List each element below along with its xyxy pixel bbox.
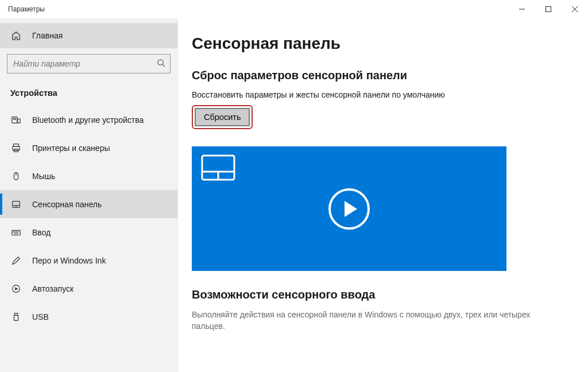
svg-point-21 [16, 231, 17, 232]
svg-rect-27 [14, 315, 18, 320]
touchpad-large-icon [201, 154, 235, 183]
svg-rect-6 [12, 117, 17, 123]
reset-heading: Сброс параметров сенсорной панели [192, 69, 579, 82]
window-titlebar: Параметры [0, 0, 588, 18]
devices-icon [10, 114, 22, 126]
touchpad-icon [10, 199, 22, 210]
close-button[interactable] [562, 0, 588, 18]
reset-button[interactable]: Сбросить [195, 108, 250, 126]
sidebar-item-label: Bluetooth и другие устройства [32, 115, 144, 125]
svg-point-19 [13, 231, 14, 232]
svg-marker-25 [15, 287, 18, 290]
play-icon [328, 188, 370, 230]
svg-point-20 [15, 231, 16, 232]
svg-rect-7 [18, 119, 21, 123]
sidebar-item-label: Сенсорная панель [32, 200, 102, 209]
content-area: Сенсорная панель Сброс параметров сенсор… [178, 18, 588, 372]
sidebar-home-label: Главная [32, 31, 63, 40]
svg-rect-18 [12, 230, 20, 235]
printer-icon [10, 142, 22, 154]
sidebar-item-label: Ввод [32, 228, 51, 237]
sidebar-item-mouse[interactable]: Мышь [0, 162, 177, 190]
minimize-button[interactable] [509, 0, 535, 18]
svg-rect-10 [14, 144, 19, 146]
sidebar-item-pen[interactable]: Перо и Windows Ink [0, 246, 177, 274]
sidebar-item-usb[interactable]: USB [0, 303, 177, 331]
capabilities-description: Выполняйте действия на сенсорной панели … [192, 309, 536, 332]
sidebar-item-typing[interactable]: Ввод [0, 218, 177, 246]
sidebar-item-label: Принтеры и сканеры [32, 144, 110, 153]
svg-line-5 [163, 64, 165, 67]
window-title: Параметры [8, 5, 45, 13]
capabilities-heading: Возможности сенсорного ввода [192, 288, 579, 301]
sidebar-item-touchpad[interactable]: Сенсорная панель [0, 190, 177, 218]
sidebar-item-label: Мышь [32, 172, 55, 181]
search-icon [157, 59, 165, 69]
sidebar-category: Устройства [0, 78, 177, 106]
maximize-button[interactable] [535, 0, 562, 18]
reset-description: Восстановить параметры и жесты сенсорной… [192, 90, 502, 99]
search-input[interactable] [13, 59, 157, 68]
keyboard-icon [10, 227, 22, 238]
mouse-icon [10, 170, 22, 182]
sidebar-item-label: Автозапуск [32, 284, 74, 293]
sidebar-item-bluetooth[interactable]: Bluetooth и другие устройства [0, 106, 177, 134]
page-title: Сенсорная панель [192, 34, 579, 53]
sidebar-item-label: Перо и Windows Ink [32, 256, 106, 265]
autoplay-icon [10, 283, 22, 294]
search-box[interactable] [7, 54, 171, 73]
svg-point-22 [18, 231, 18, 232]
sidebar-home[interactable]: Главная [0, 23, 177, 48]
sidebar-item-printers[interactable]: Принтеры и сканеры [0, 134, 177, 162]
sidebar-item-label: USB [32, 312, 49, 321]
pen-icon [10, 255, 22, 266]
home-icon [10, 30, 22, 41]
svg-rect-1 [546, 7, 551, 12]
touchpad-video-tile[interactable] [192, 146, 506, 271]
usb-icon [10, 311, 22, 323]
svg-point-4 [158, 60, 163, 65]
sidebar: Главная Устройства Bluetooth и другие ус… [0, 18, 178, 372]
svg-rect-11 [13, 146, 20, 150]
reset-highlight-frame: Сбросить [192, 105, 253, 129]
sidebar-item-autoplay[interactable]: Автозапуск [0, 274, 177, 303]
